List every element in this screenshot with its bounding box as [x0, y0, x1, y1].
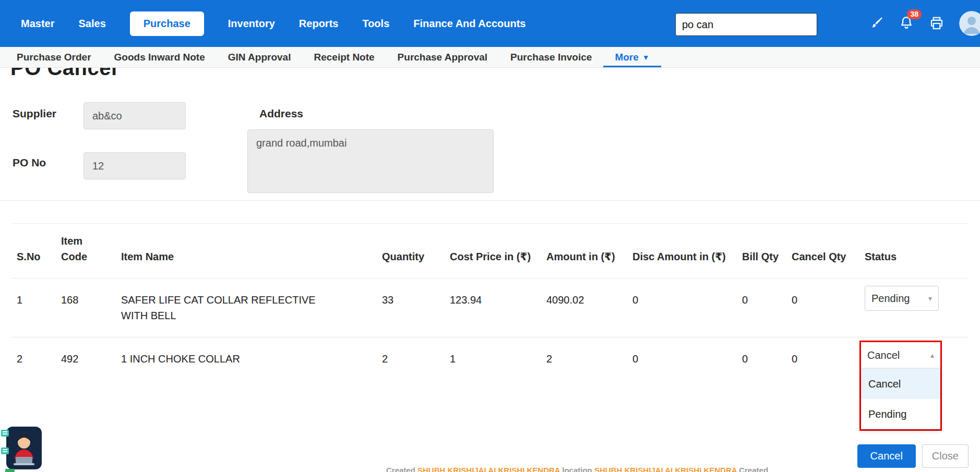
footer-note-text: location [560, 466, 594, 472]
purchase-submenu: Purchase Order Goods Inward Note GIN App… [0, 47, 980, 68]
nav-item-inventory[interactable]: Inventory [228, 18, 275, 30]
nav-item-reports[interactable]: Reports [299, 18, 339, 30]
cell-disc-amount: 0 [627, 337, 737, 381]
table-row: 2 492 1 INCH CHOKE COLLAR 2 1 2 0 0 0 Ca… [11, 337, 969, 381]
header-disc-amount: Disc Amount in (₹) [627, 224, 737, 279]
cancel-button[interactable]: Cancel [857, 444, 916, 468]
item-name-text: SAFER LIFE CAT COLLAR REFLECTIVE WITH BE… [121, 292, 335, 323]
status-dropdown-open: Cancel ▴ Cancel Pending [859, 341, 942, 431]
nav-item-tools[interactable]: Tools [362, 18, 389, 30]
footer-actions: Cancel Close [857, 444, 969, 468]
header-cancel-qty: Cancel Qty [786, 224, 859, 279]
cell-cancel-qty: 0 [786, 337, 859, 381]
footer-note: Created SHUBH KRISHIJAI AI KRISHI KENDRA… [386, 466, 768, 472]
status-option-cancel[interactable]: Cancel [861, 369, 940, 399]
tab-receipt-note[interactable]: Receipt Note [302, 47, 386, 67]
tab-purchase-invoice[interactable]: Purchase Invoice [499, 47, 603, 67]
cell-disc-amount: 0 [627, 279, 737, 337]
nav-item-sales[interactable]: Sales [78, 18, 105, 30]
header-sno: S.No [11, 224, 56, 279]
header-cost-price: Cost Price in (₹) [445, 224, 541, 279]
po-no-label: PO No [13, 156, 46, 169]
footer-note-text: Created [737, 466, 768, 472]
po-items-table: S.No Item Code Item Name Quantity Cost P… [11, 223, 969, 380]
main-menu: Master Sales Purchase Inventory Reports … [0, 11, 526, 36]
tab-purchase-order[interactable]: Purchase Order [5, 47, 103, 67]
status-select-row2[interactable]: Cancel ▴ [861, 342, 940, 368]
cell-status: Pending ▾ [859, 279, 969, 337]
section-divider [0, 200, 980, 201]
footer-logo [5, 469, 15, 472]
header-item-code: Item Code [56, 224, 116, 279]
status-select-row1-value: Pending [871, 291, 910, 306]
header-item-name: Item Name [116, 224, 377, 279]
nav-item-finance-and-accounts[interactable]: Finance And Accounts [413, 18, 525, 30]
cell-item-code: 168 [56, 279, 116, 337]
status-select-row1[interactable]: Pending ▾ [865, 286, 939, 311]
cell-amount: 2 [541, 337, 627, 381]
footer-note-text: Created [386, 466, 417, 472]
supplier-label: Supplier [13, 107, 56, 120]
status-option-pending[interactable]: Pending [861, 399, 940, 429]
chevron-up-icon: ▴ [930, 347, 934, 363]
cell-item-name: SAFER LIFE CAT COLLAR REFLECTIVE WITH BE… [116, 279, 377, 337]
po-no-field[interactable] [83, 152, 186, 179]
search-input[interactable] [675, 13, 817, 36]
brush-icon[interactable] [868, 16, 884, 31]
nav-item-purchase[interactable]: Purchase [130, 11, 204, 36]
chevron-down-icon: ▼ [642, 53, 650, 62]
support-chat-widget[interactable] [1, 425, 42, 469]
cell-cancel-qty: 0 [786, 279, 859, 337]
table-header-row: S.No Item Code Item Name Quantity Cost P… [11, 224, 969, 279]
address-label: Address [259, 107, 303, 120]
print-icon[interactable] [929, 16, 945, 31]
nav-item-master[interactable]: Master [21, 18, 54, 30]
top-navigation-bar: Master Sales Purchase Inventory Reports … [0, 0, 980, 47]
cell-quantity: 33 [377, 279, 445, 337]
tab-gin-approval[interactable]: GIN Approval [217, 47, 303, 67]
cell-sno: 2 [11, 337, 56, 381]
footer-company-name: SHUBH KRISHIJAI AI KRISHI KENDRA [417, 466, 560, 472]
status-options-list: Cancel Pending [861, 368, 940, 429]
cell-amount: 4090.02 [541, 279, 627, 337]
cell-cost-price: 123.94 [445, 279, 541, 337]
notification-count-badge: 38 [907, 9, 922, 19]
cell-item-code: 492 [56, 337, 116, 381]
status-select-row2-value: Cancel [867, 347, 900, 363]
cell-bill-qty: 0 [737, 279, 786, 337]
cell-quantity: 2 [377, 337, 445, 381]
tab-goods-inward-note[interactable]: Goods Inward Note [103, 47, 217, 67]
item-name-text: 1 INCH CHOKE COLLAR [121, 351, 240, 367]
tab-more[interactable]: More ▼ [603, 47, 661, 67]
supplier-field[interactable] [83, 102, 186, 129]
cell-bill-qty: 0 [737, 337, 786, 381]
user-avatar[interactable] [959, 11, 980, 36]
table-row: 1 168 SAFER LIFE CAT COLLAR REFLECTIVE W… [11, 279, 969, 337]
cell-cost-price: 1 [445, 337, 541, 381]
chevron-down-icon: ▾ [928, 291, 932, 306]
notifications-bell-icon[interactable]: 38 [899, 15, 914, 32]
header-amount: Amount in (₹) [541, 224, 627, 279]
close-button[interactable]: Close [922, 444, 969, 468]
tab-purchase-approval[interactable]: Purchase Approval [386, 47, 499, 67]
header-quantity: Quantity [377, 224, 445, 279]
tab-more-label: More [615, 52, 638, 63]
address-field[interactable]: grand road,mumbai [247, 129, 494, 193]
topbar-icons: 38 [868, 0, 980, 47]
cell-sno: 1 [11, 279, 56, 337]
cell-item-name: 1 INCH CHOKE COLLAR [116, 337, 377, 381]
footer-location-name: SHUBH KRISHIJAI AI KRISHI KENDRA [594, 466, 737, 472]
header-status: Status [859, 224, 969, 279]
cell-status: Cancel ▴ Cancel Pending [859, 337, 969, 381]
header-bill-qty: Bill Qty [737, 224, 786, 279]
